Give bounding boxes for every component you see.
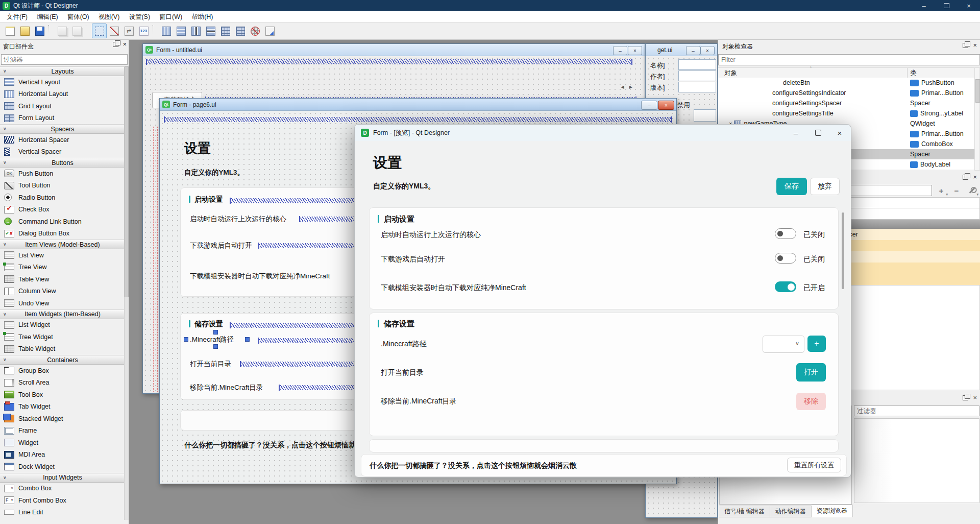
- widget-box-entry[interactable]: Horizontal Layout: [0, 88, 125, 101]
- edit-tab-order-mode-button[interactable]: 123: [136, 23, 151, 38]
- object-inspector-row[interactable]: configureSettingsIndicator Primar...Butt…: [718, 88, 974, 98]
- widget-box-entry[interactable]: Frame: [0, 425, 125, 437]
- object-inspector-scrollbar[interactable]: [974, 67, 980, 171]
- widget-box-entry[interactable]: Table Widget: [0, 343, 125, 355]
- widget-box-entry[interactable]: Layouts: [0, 66, 125, 76]
- minimize-button[interactable]: –: [686, 46, 700, 55]
- line-edit-widget[interactable]: [678, 70, 716, 81]
- object-inspector-row[interactable]: configureSettingsTitle Strong...yLabel: [718, 108, 974, 118]
- edit-buddies-mode-button[interactable]: [121, 23, 136, 38]
- object-inspector-row[interactable]: configureSettingsSpacer Spacer: [718, 98, 974, 108]
- editor-tab[interactable]: 信号/槽 编辑器: [719, 506, 770, 517]
- widget-box-entry[interactable]: Scroll Area: [0, 377, 125, 389]
- new-form-button[interactable]: [3, 23, 17, 38]
- widget-box-scrollbar[interactable]: [124, 66, 129, 520]
- discard-button[interactable]: 放弃: [810, 178, 840, 195]
- save-form-button[interactable]: [32, 23, 47, 38]
- add-property-button[interactable]: +▾: [935, 185, 948, 196]
- menu-item[interactable]: 帮助(H): [187, 11, 217, 22]
- widget-box-entry[interactable]: Font Combo Box: [0, 494, 125, 507]
- break-layout-button[interactable]: [248, 23, 262, 38]
- scrollbar-thumb[interactable]: [975, 79, 980, 103]
- widget-box-entry[interactable]: Tree View: [0, 261, 125, 274]
- window-titlebar[interactable]: Qt Form - untitled.ui: [143, 44, 645, 56]
- widget-box-entry[interactable]: Item Views (Model-Based): [0, 240, 125, 249]
- widget-box-entry[interactable]: Dock Widget: [0, 461, 125, 473]
- toggle-switch[interactable]: [775, 253, 796, 264]
- float-dock-icon[interactable]: [963, 43, 968, 48]
- horizontal-spacer-widget[interactable]: [146, 59, 632, 64]
- widget-box-entry[interactable]: Push Button: [0, 168, 125, 180]
- widget-box-entry[interactable]: Command Link Button: [0, 216, 125, 228]
- widget-box-entry[interactable]: Form Layout: [0, 112, 125, 125]
- selection-handle[interactable]: [213, 344, 218, 349]
- widget-box-entry[interactable]: Tab Widget: [0, 401, 125, 413]
- menu-item[interactable]: 窗口(W): [155, 11, 187, 22]
- widget-box-entry[interactable]: Column View: [0, 285, 125, 298]
- window-titlebar[interactable]: Qt Form - page6.ui: [160, 99, 676, 111]
- nav-arrows[interactable]: ◀ ▶: [621, 85, 634, 89]
- minimize-button[interactable]: –: [613, 46, 627, 55]
- resource-list[interactable]: [854, 418, 979, 503]
- reset-all-settings-button[interactable]: 重置所有设置: [787, 458, 841, 472]
- widget-box-entry[interactable]: Check Box: [0, 204, 125, 216]
- close-button[interactable]: ×: [628, 46, 642, 55]
- selection-handle[interactable]: [245, 337, 250, 342]
- selection-handle[interactable]: [184, 337, 188, 342]
- close-dock-icon[interactable]: ×: [973, 175, 977, 180]
- editor-tab[interactable]: 动作编辑器: [770, 506, 812, 517]
- menu-item[interactable]: 编辑(E): [32, 11, 63, 22]
- widget-box-entry[interactable]: Tool Button: [0, 180, 125, 192]
- menu-item[interactable]: 文件(F): [2, 11, 32, 22]
- paste-button[interactable]: [69, 23, 84, 38]
- horizontal-spacer-widget[interactable]: [164, 117, 672, 122]
- edit-signals-mode-button[interactable]: [107, 23, 121, 38]
- maximize-button[interactable]: [935, 0, 958, 11]
- layout-grid-button[interactable]: [218, 23, 233, 38]
- open-form-button[interactable]: [17, 23, 32, 38]
- toggle-switch[interactable]: [775, 228, 796, 239]
- widget-box-entry[interactable]: Horizontal Spacer: [0, 134, 125, 146]
- menu-item[interactable]: 视图(V): [94, 11, 125, 22]
- close-button[interactable]: ×: [700, 46, 715, 55]
- edit-widgets-mode-button[interactable]: [92, 23, 107, 38]
- widget-box-entry[interactable]: Stacked Widget: [0, 413, 125, 425]
- float-dock-icon[interactable]: [963, 175, 968, 180]
- widget-box-entry[interactable]: Combo Box: [0, 483, 125, 495]
- line-edit-widget[interactable]: [678, 59, 716, 70]
- widget-box-entry[interactable]: Item Widgets (Item-Based): [0, 309, 125, 319]
- widget-filter-input[interactable]: [1, 54, 128, 65]
- widget-box-entry[interactable]: Buttons: [0, 158, 125, 168]
- configure-property-editor-button[interactable]: ▾: [965, 185, 978, 196]
- layout-horizontal-button[interactable]: [159, 23, 174, 38]
- resource-filter-input[interactable]: [854, 406, 979, 416]
- layout-form-button[interactable]: [233, 23, 248, 38]
- widget-box-entry[interactable]: Line Edit: [0, 507, 125, 519]
- minecraft-path-combobox[interactable]: [763, 336, 804, 353]
- widget-box-entry[interactable]: Radio Button: [0, 192, 125, 204]
- close-button[interactable]: ×: [958, 0, 980, 11]
- widget-box-entry[interactable]: List View: [0, 249, 125, 261]
- maximize-button[interactable]: [808, 125, 828, 141]
- close-dock-icon[interactable]: ×: [973, 395, 977, 400]
- minimize-button[interactable]: –: [786, 125, 806, 141]
- widget-box-entry[interactable]: Grid Layout: [0, 100, 125, 112]
- scrollbar-thumb[interactable]: [125, 66, 129, 297]
- close-button[interactable]: ×: [658, 101, 674, 110]
- save-button[interactable]: 保存: [776, 178, 807, 195]
- selection-handle[interactable]: [213, 330, 218, 335]
- close-button[interactable]: ×: [829, 125, 850, 141]
- line-edit-widget[interactable]: [678, 82, 716, 92]
- open-directory-button[interactable]: 打开: [796, 363, 826, 382]
- copy-button[interactable]: [55, 23, 69, 38]
- layout-vertical-splitter-button[interactable]: [203, 23, 218, 38]
- minimize-button[interactable]: –: [641, 101, 657, 110]
- remove-property-button[interactable]: −: [950, 185, 963, 196]
- column-divider[interactable]: [907, 68, 908, 78]
- widget-box-entry[interactable]: Containers: [0, 355, 125, 365]
- window-titlebar[interactable]: D Form - [预览] - Qt Designer: [355, 125, 851, 141]
- object-inspector-header[interactable]: 对象 类 ˆ: [718, 67, 980, 79]
- toggle-switch[interactable]: [775, 281, 796, 292]
- scrollbar-thumb[interactable]: [842, 212, 844, 289]
- layout-horizontal-splitter-button[interactable]: [188, 23, 203, 38]
